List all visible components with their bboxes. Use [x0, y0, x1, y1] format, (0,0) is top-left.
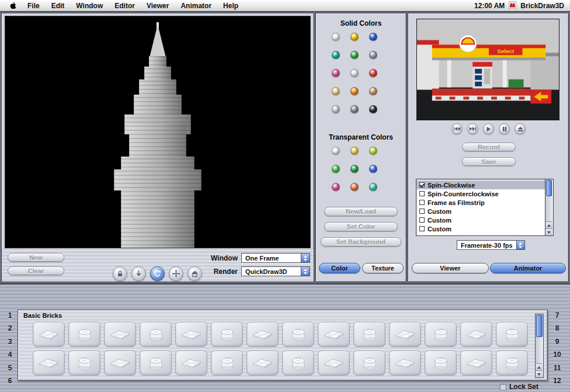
palette-set-number[interactable]: 4 — [8, 351, 12, 359]
brick-slot[interactable] — [389, 322, 421, 347]
tab-animator[interactable]: Animator — [490, 263, 566, 273]
solid-color-swatch[interactable] — [350, 69, 359, 77]
solid-color-swatch[interactable] — [350, 105, 359, 113]
apple-menu[interactable] — [5, 0, 22, 11]
transparent-color-swatch[interactable] — [332, 165, 340, 173]
brick-slot[interactable] — [425, 351, 457, 376]
transparent-color-swatch[interactable] — [350, 165, 359, 173]
transparent-color-swatch[interactable] — [369, 165, 377, 173]
new-button[interactable]: New — [8, 253, 64, 262]
brick-slot[interactable] — [353, 351, 385, 376]
palette-set-number[interactable]: 2 — [8, 324, 12, 332]
new-load-button[interactable]: New/Load — [324, 207, 398, 216]
brick-slot[interactable] — [33, 351, 65, 376]
brick-slot[interactable] — [211, 351, 243, 376]
solid-color-swatch[interactable] — [369, 69, 377, 77]
brick-slot[interactable] — [33, 322, 65, 347]
transparent-color-swatch[interactable] — [369, 183, 377, 191]
transparent-color-swatch[interactable] — [350, 183, 359, 191]
palette-set-number[interactable]: 8 — [555, 324, 559, 332]
viewport-3d[interactable] — [5, 16, 311, 248]
animation-checkbox[interactable] — [419, 226, 425, 231]
scrollbar-thumb[interactable] — [546, 180, 552, 196]
rotate-button[interactable] — [150, 266, 165, 281]
brick-slot[interactable] — [318, 351, 350, 376]
solid-color-swatch[interactable] — [369, 51, 377, 59]
solid-color-swatch[interactable] — [332, 33, 340, 41]
eject-button[interactable] — [515, 123, 526, 134]
solid-color-swatch[interactable] — [369, 33, 377, 41]
brick-slot[interactable] — [104, 322, 136, 347]
solid-color-swatch[interactable] — [332, 69, 340, 77]
brick-slot[interactable] — [318, 322, 350, 347]
brick-slot[interactable] — [140, 351, 172, 376]
brick-slot[interactable] — [68, 322, 100, 347]
brick-slot[interactable] — [211, 322, 243, 347]
animation-checkbox[interactable] — [419, 209, 425, 214]
pan-button[interactable] — [169, 266, 183, 281]
solid-color-swatch[interactable] — [332, 51, 340, 59]
transparent-color-swatch[interactable] — [332, 183, 340, 191]
brick-slot[interactable] — [140, 322, 172, 347]
brick-slot[interactable] — [175, 351, 207, 376]
animation-list-row[interactable]: Custom — [416, 216, 545, 224]
tab-viewer[interactable]: Viewer — [412, 263, 489, 273]
framerate-popup[interactable]: Framerate-30 fps — [457, 240, 525, 250]
animation-list-row[interactable]: Custom — [416, 224, 545, 233]
menu-item-help[interactable]: Help — [217, 0, 244, 11]
palette-set-number[interactable]: 7 — [555, 311, 559, 320]
menu-item-edit[interactable]: Edit — [46, 0, 71, 11]
app-menu[interactable]: BrickDraw3D — [520, 2, 564, 10]
brick-slot[interactable] — [175, 322, 207, 347]
solid-color-swatch[interactable] — [369, 105, 377, 113]
solid-color-swatch[interactable] — [369, 87, 377, 95]
transparent-color-swatch[interactable] — [369, 147, 377, 155]
brick-slot[interactable] — [353, 322, 385, 347]
animation-list-row[interactable]: Spin-Counterclockwise — [416, 189, 545, 198]
pause-button[interactable] — [499, 123, 510, 134]
play-button[interactable] — [483, 123, 494, 134]
brick-slot[interactable] — [104, 351, 136, 376]
brick-slot[interactable] — [282, 322, 314, 347]
zoom-button[interactable] — [131, 266, 146, 281]
palette-set-number[interactable]: 11 — [554, 364, 561, 372]
brick-slot[interactable] — [496, 351, 528, 376]
brick-slot[interactable] — [282, 351, 314, 376]
menu-item-animator[interactable]: Animator — [175, 0, 217, 11]
brick-slot[interactable] — [496, 322, 528, 347]
brick-slot[interactable] — [246, 322, 279, 347]
animation-checkbox[interactable] — [419, 182, 425, 188]
menu-item-viewer[interactable]: Viewer — [141, 0, 175, 11]
palette-scrollbar[interactable] — [535, 314, 544, 378]
brick-slot[interactable] — [246, 351, 279, 376]
set-background-button[interactable]: Set Background — [321, 237, 401, 247]
scroll-down-icon[interactable] — [536, 370, 543, 377]
animation-list-row[interactable]: Spin-Clockwise — [416, 181, 545, 189]
palette-set-number[interactable]: 5 — [8, 364, 12, 372]
palette-set-number[interactable]: 3 — [8, 338, 12, 346]
brick-slot[interactable] — [389, 351, 421, 376]
animation-list-scrollbar[interactable] — [545, 179, 553, 235]
solid-color-swatch[interactable] — [350, 87, 359, 95]
record-button[interactable]: Record — [462, 143, 516, 151]
tab-texture[interactable]: Texture — [362, 263, 404, 273]
scroll-up-icon[interactable] — [536, 363, 543, 370]
animation-list-row[interactable]: Custom — [416, 207, 545, 216]
palette-set-number[interactable]: 10 — [553, 351, 561, 359]
brick-slot[interactable] — [460, 351, 492, 376]
clear-button[interactable]: Clear — [8, 266, 64, 275]
solid-color-swatch[interactable] — [350, 51, 359, 59]
animation-list-row[interactable]: Frame as Filmstrip — [416, 198, 545, 207]
transparent-color-swatch[interactable] — [332, 147, 340, 155]
menu-item-file[interactable]: File — [22, 0, 46, 11]
solid-color-swatch[interactable] — [332, 105, 340, 113]
save-button[interactable]: Save — [462, 157, 516, 166]
menu-item-window[interactable]: Window — [70, 0, 109, 11]
solid-color-swatch[interactable] — [332, 87, 340, 95]
fast-forward-button[interactable] — [467, 123, 478, 134]
brick-slot[interactable] — [425, 322, 457, 347]
menu-item-editor[interactable]: Editor — [109, 0, 141, 11]
palette-set-number[interactable]: 9 — [555, 338, 559, 346]
tab-color[interactable]: Color — [319, 263, 360, 273]
skip-back-button[interactable] — [451, 123, 463, 134]
